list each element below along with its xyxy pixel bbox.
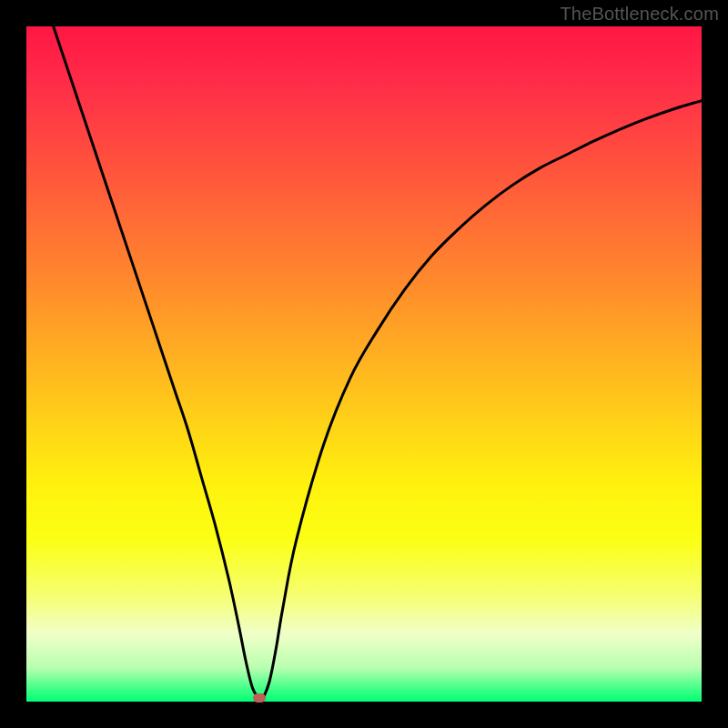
bottleneck-curve xyxy=(54,26,702,700)
optimum-marker xyxy=(253,693,266,703)
plot-area xyxy=(26,26,702,702)
attribution-text: TheBottleneck.com xyxy=(560,4,719,25)
curve-svg xyxy=(26,26,702,702)
chart-frame: TheBottleneck.com xyxy=(0,0,728,728)
